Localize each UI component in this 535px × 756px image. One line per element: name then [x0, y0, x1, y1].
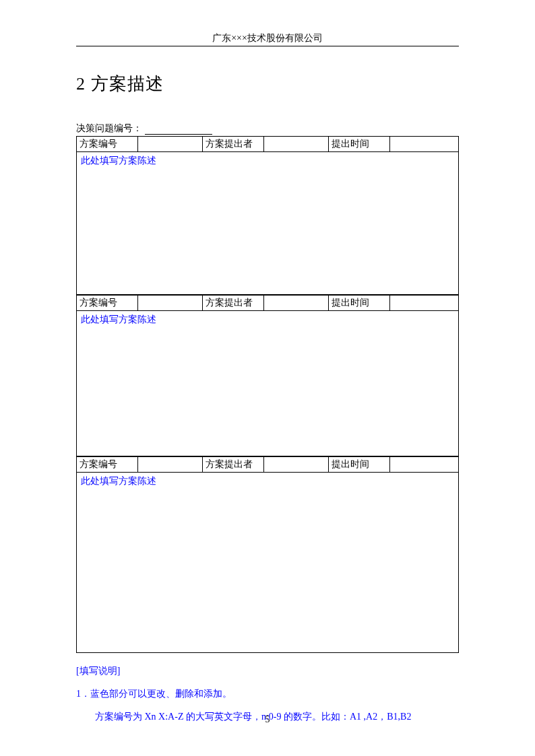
plan-header-table: 方案编号 方案提出者 提出时间	[76, 295, 459, 311]
plan-block: 方案编号 方案提出者 提出时间 此处填写方案陈述	[76, 295, 459, 456]
plan-number-label: 方案编号	[77, 296, 138, 311]
decision-blank[interactable]	[145, 134, 212, 135]
plan-time-label: 提出时间	[329, 296, 390, 311]
plan-number-value[interactable]	[137, 296, 202, 311]
plan-block: 方案编号 方案提出者 提出时间 此处填写方案陈述	[76, 136, 459, 295]
plan-number-label: 方案编号	[77, 457, 138, 473]
page-title: 2 方案描述	[76, 72, 459, 96]
plan-proposer-label: 方案提出者	[203, 457, 264, 473]
notes-line1: 1．蓝色部分可以更改、删除和添加。	[76, 688, 459, 700]
plan-time-value[interactable]	[389, 137, 458, 152]
plan-number-value[interactable]	[137, 137, 202, 152]
decision-number-line: 决策问题编号：	[76, 123, 459, 135]
plan-time-value[interactable]	[389, 457, 458, 473]
notes-heading: [填写说明]	[76, 665, 459, 677]
plan-proposer-value[interactable]	[263, 137, 328, 152]
plan-time-label: 提出时间	[329, 137, 390, 152]
decision-label: 决策问题编号：	[76, 123, 142, 133]
plan-proposer-label: 方案提出者	[203, 296, 264, 311]
plan-time-label: 提出时间	[329, 457, 390, 473]
plan-description[interactable]: 此处填写方案陈述	[76, 152, 459, 295]
plan-header-table: 方案编号 方案提出者 提出时间	[76, 456, 459, 473]
plan-number-label: 方案编号	[77, 137, 138, 152]
plan-header-table: 方案编号 方案提出者 提出时间	[76, 136, 459, 152]
page-header: 广东×××技术股份有限公司	[76, 32, 459, 46]
plan-time-value[interactable]	[389, 296, 458, 311]
plan-description[interactable]: 此处填写方案陈述	[76, 473, 459, 653]
page-number: 5	[0, 714, 535, 725]
plan-number-value[interactable]	[137, 457, 202, 473]
plan-proposer-value[interactable]	[263, 296, 328, 311]
company-name: 广东×××技术股份有限公司	[212, 33, 323, 43]
plan-proposer-value[interactable]	[263, 457, 328, 473]
plan-block: 方案编号 方案提出者 提出时间 此处填写方案陈述	[76, 456, 459, 653]
plan-proposer-label: 方案提出者	[203, 137, 264, 152]
plan-description[interactable]: 此处填写方案陈述	[76, 311, 459, 456]
